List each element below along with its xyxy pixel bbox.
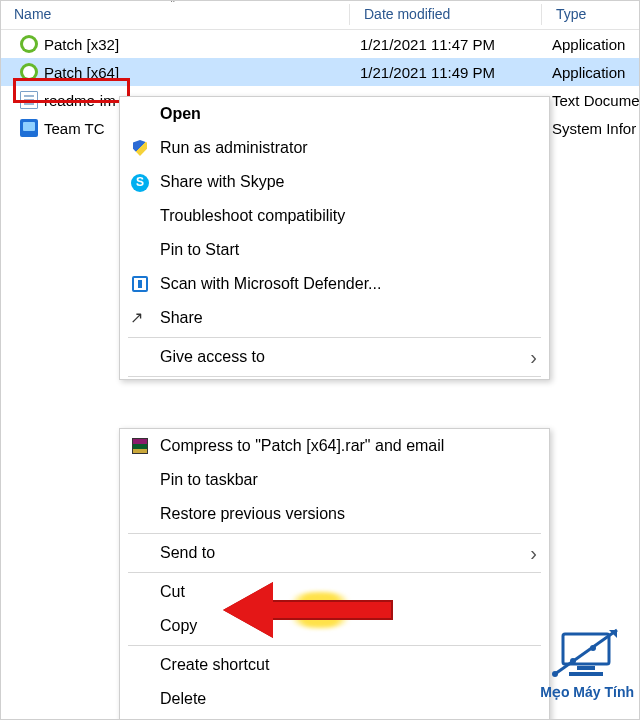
rar-icon	[130, 436, 150, 456]
column-type-label: Type	[556, 6, 586, 22]
menu-defender[interactable]: Scan with Microsoft Defender...	[120, 267, 549, 301]
menu-rename[interactable]: Rename	[120, 716, 549, 720]
menu-run-as-admin[interactable]: Run as administrator	[120, 131, 549, 165]
file-type: Text Docume	[542, 92, 640, 109]
column-name[interactable]: Name ˄	[0, 0, 350, 29]
file-date: 1/21/2021 11:47 PM	[350, 36, 542, 53]
system-info-icon	[20, 119, 38, 137]
menu-separator	[128, 572, 541, 573]
menu-troubleshoot[interactable]: Troubleshoot compatibility	[120, 199, 549, 233]
context-menu: Open Run as administrator Share with Sky…	[119, 96, 550, 380]
column-date-label: Date modified	[364, 6, 450, 22]
file-name: Patch [x64]	[44, 64, 119, 81]
svg-rect-1	[577, 666, 595, 670]
menu-pin-start[interactable]: Pin to Start	[120, 233, 549, 267]
file-name: Patch [x32]	[44, 36, 119, 53]
skype-icon	[130, 172, 150, 192]
application-icon	[20, 63, 38, 81]
share-icon	[130, 308, 150, 328]
svg-point-5	[552, 671, 558, 677]
application-icon	[20, 35, 38, 53]
menu-separator	[128, 533, 541, 534]
menu-open[interactable]: Open	[120, 97, 549, 131]
svg-rect-0	[563, 634, 609, 664]
svg-point-6	[570, 658, 576, 664]
file-name: readme-im	[44, 92, 116, 109]
file-type: Application	[542, 36, 640, 53]
file-date: 1/21/2021 11:49 PM	[350, 64, 542, 81]
menu-send-to[interactable]: Send to	[120, 536, 549, 570]
menu-restore-versions[interactable]: Restore previous versions	[120, 497, 549, 531]
file-type: Application	[542, 64, 640, 81]
context-menu-continued: Compress to "Patch [x64].rar" and email …	[119, 428, 550, 720]
highlight-glow	[280, 592, 360, 628]
column-date[interactable]: Date modified	[350, 0, 542, 29]
text-file-icon	[20, 91, 38, 109]
menu-pin-taskbar[interactable]: Pin to taskbar	[120, 463, 549, 497]
file-row[interactable]: Patch [x32] 1/21/2021 11:47 PM Applicati…	[0, 30, 640, 58]
file-type: System Infor	[542, 120, 640, 137]
column-header-row: Name ˄ Date modified Type	[0, 0, 640, 30]
watermark-logo-icon	[549, 626, 625, 684]
menu-create-shortcut[interactable]: Create shortcut	[120, 648, 549, 682]
watermark-text: Mẹo Máy Tính	[540, 684, 634, 700]
file-row-selected[interactable]: Patch [x64] 1/21/2021 11:49 PM Applicati…	[0, 58, 640, 86]
watermark: Mẹo Máy Tính	[540, 626, 634, 700]
menu-separator	[128, 376, 541, 377]
column-name-label: Name	[14, 6, 51, 22]
column-type[interactable]: Type	[542, 0, 640, 29]
file-name: Team TC	[44, 120, 105, 137]
menu-share-skype[interactable]: Share with Skype	[120, 165, 549, 199]
svg-point-7	[590, 645, 596, 651]
menu-separator	[128, 645, 541, 646]
menu-give-access[interactable]: Give access to	[120, 340, 549, 374]
menu-compress-email[interactable]: Compress to "Patch [x64].rar" and email	[120, 429, 549, 463]
sort-caret-icon: ˄	[170, 0, 176, 11]
menu-separator	[128, 337, 541, 338]
defender-icon	[130, 274, 150, 294]
menu-share[interactable]: Share	[120, 301, 549, 335]
shield-icon	[130, 138, 150, 158]
svg-rect-2	[569, 672, 603, 676]
menu-delete[interactable]: Delete	[120, 682, 549, 716]
